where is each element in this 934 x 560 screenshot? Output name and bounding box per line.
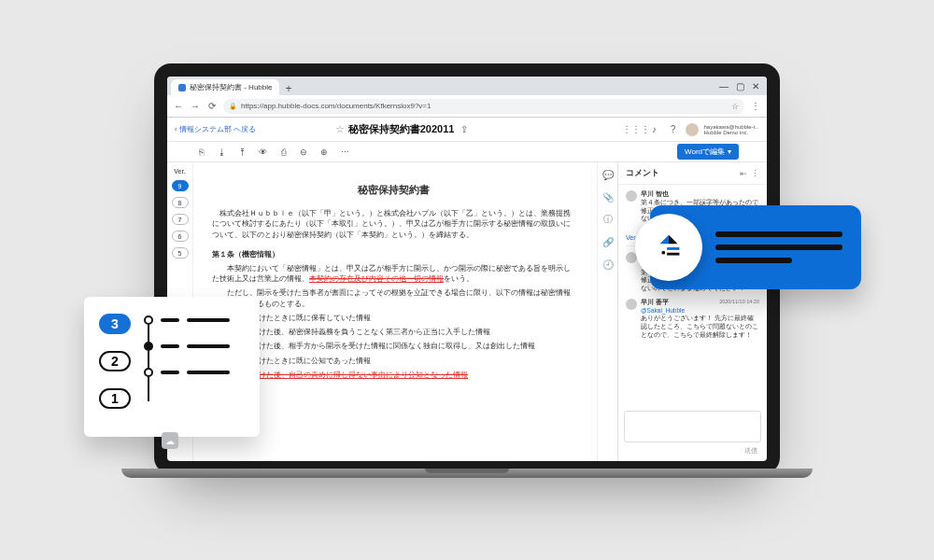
window-controls: — ▢ ✕ — [719, 81, 763, 95]
new-tab-button[interactable]: + — [285, 82, 291, 95]
doc-list-item: (2) 開示を受けた後、秘密保持義務を負うことなく第三者から正当に入手した情報 — [212, 327, 574, 337]
version-pill-8[interactable]: 8 — [172, 197, 189, 208]
print-icon[interactable]: ⎙ — [277, 147, 289, 158]
breadcrumb-back[interactable]: ‹ 情報システム部 へ戻る — [175, 124, 256, 134]
comment-input[interactable] — [624, 411, 761, 442]
version-label: Ver. — [174, 168, 185, 175]
tree-node-icon — [144, 315, 153, 325]
comment-author: 早川 香平 — [641, 299, 669, 305]
comment-send-button[interactable]: 送信 — [618, 446, 767, 461]
comment-date: 2020/11/10 14:20 — [719, 299, 759, 305]
tab-title: 秘密保持契約書 - Hubble — [190, 82, 272, 92]
compare-icon — [635, 214, 702, 281]
placeholder-line — [187, 318, 230, 322]
version-tree-callout: 3 2 1 — [84, 297, 260, 437]
tree-node-icon — [144, 342, 153, 351]
bookmark-star-icon[interactable]: ☆ — [731, 102, 739, 111]
favorite-star-icon[interactable]: ☆ — [335, 123, 345, 135]
comment-body: ありがとうございます！ 先方に最終確認したところ、こちらで問題ないとのことなので… — [641, 315, 758, 338]
grid-icon[interactable]: ⋮⋮⋮ — [630, 123, 643, 136]
page-title: 秘密保持契約書202011 — [348, 122, 455, 136]
maximize-icon[interactable]: ▢ — [736, 81, 744, 91]
version-badge-3: 3 — [99, 314, 131, 334]
svg-rect-2 — [667, 253, 679, 256]
doc-list-item: (5) 開示を受けた後、自己の責めに帰し得ない事由により公知となった情報 — [212, 370, 574, 380]
placeholder-line — [161, 318, 179, 322]
comment-title: コメント — [626, 167, 659, 179]
version-badge-1: 1 — [99, 388, 131, 409]
doc-list-item: (3) 開示を受けた後、相手方から開示を受けた情報に関係なく独自に取得し、又は創… — [212, 341, 574, 351]
cloud-sync-icon[interactable]: ☁ — [162, 432, 178, 449]
eye-icon[interactable]: 👁 — [257, 147, 268, 158]
edit-word-button[interactable]: Wordで編集 ▾ — [677, 144, 739, 160]
comment-bubble-icon[interactable]: 💬 — [601, 168, 615, 181]
laptop-base — [121, 469, 813, 478]
doc-title-wrap: ☆ 秘密保持契約書202011 ⇪ — [335, 122, 472, 136]
doc-list-item: (1) 開示を受けたときに既に保有していた情報 — [212, 313, 574, 323]
bell-icon[interactable]: ♪ — [648, 123, 661, 136]
doc-paragraph: 本契約において「秘密情報」とは、甲又は乙が相手方に開示し、かつ開示の際に秘密であ… — [212, 263, 574, 285]
menu-icon[interactable]: ⋮ — [750, 101, 761, 112]
placeholder-line — [161, 371, 179, 374]
zoom-out-icon[interactable]: ⊖ — [298, 147, 309, 158]
favicon — [178, 84, 186, 91]
chevron-down-icon: ▾ — [728, 147, 731, 156]
zoom-in-icon[interactable]: ⊕ — [318, 147, 330, 158]
link-icon[interactable]: 🔗 — [601, 235, 615, 248]
placeholder-line — [187, 371, 230, 374]
version-pill-6[interactable]: 6 — [172, 231, 189, 242]
share-icon[interactable]: ⇪ — [458, 123, 471, 136]
tree-node-icon — [144, 368, 153, 377]
redline-text: 本契約の存在及び内容その他一切の情報 — [309, 274, 444, 283]
svg-point-0 — [661, 251, 665, 255]
app-header: ‹ 情報システム部 へ戻る ☆ 秘密保持契約書202011 ⇪ ⋮⋮⋮ ♪ ? … — [167, 118, 767, 142]
placeholder-line — [715, 231, 842, 237]
tree-trunk — [148, 321, 149, 401]
browser-tabbar: 秘密保持契約書 - Hubble + — ▢ ✕ — [167, 77, 767, 95]
back-icon[interactable]: ← — [173, 101, 184, 112]
placeholder-line — [715, 258, 792, 263]
url-input[interactable]: 🔒 https://app.hubble-docs.com/documents/… — [223, 99, 744, 114]
comment-header: コメント ⇤ ⋮ — [618, 162, 767, 185]
panel-menu-icon[interactable]: ⋮ — [751, 169, 759, 178]
minimize-icon[interactable]: — — [719, 81, 729, 91]
attachment-icon[interactable]: 📎 — [601, 190, 615, 203]
close-icon[interactable]: ✕ — [752, 81, 759, 91]
upload-icon[interactable]: ⭱ — [236, 147, 248, 158]
clock-icon[interactable]: 🕘 — [601, 258, 615, 271]
version-pill-9[interactable]: 9 — [172, 180, 189, 191]
svg-rect-1 — [667, 247, 679, 250]
browser-addressbar: ← → ⟳ 🔒 https://app.hubble-docs.com/docu… — [167, 95, 767, 118]
doc-list-item: (4) 開示を受けたときに既に公知であった情報 — [212, 356, 574, 366]
version-pill-7[interactable]: 7 — [172, 214, 189, 225]
doc-paragraph: ただし、開示を受けた当事者が書面によってその根拠を立証できる場合に限り、以下の情… — [212, 287, 574, 309]
placeholder-line — [187, 344, 230, 348]
org-info[interactable]: hayakawa@hubble-i... Hubble Demo inc. — [704, 124, 759, 135]
avatar — [626, 299, 637, 310]
comment-callout — [650, 205, 861, 289]
doc-section-title: 第１条（機密情報） — [212, 249, 574, 259]
copy-icon[interactable]: ⎘ — [195, 147, 206, 158]
comment-item: 早川 香平 2020/11/10 14:20 @Sakai_Hubble ありが… — [626, 299, 759, 340]
avatar[interactable] — [686, 123, 699, 136]
version-badge-2: 2 — [99, 351, 131, 371]
url-text: https://app.hubble-docs.com/documents/Kf… — [241, 102, 431, 110]
avatar — [626, 190, 637, 202]
version-pill-5[interactable]: 5 — [172, 247, 189, 259]
browser-tab[interactable]: 秘密保持契約書 - Hubble — [171, 79, 279, 95]
doc-paragraph: 株式会社Ｈｕｂｂｌｅ（以下「甲」という。）と株式会社ハブル（以下「乙」という。）… — [212, 208, 574, 240]
placeholder-line — [161, 344, 179, 348]
collapse-icon[interactable]: ⇤ — [740, 169, 747, 178]
comment-author: 早川 智也 — [641, 190, 669, 197]
mention[interactable]: @Sakai_Hubble — [641, 307, 685, 314]
download-icon[interactable]: ⭳ — [216, 147, 227, 158]
placeholder-line — [715, 245, 842, 250]
right-rail: 💬 📎 ⓘ 🔗 🕘 — [597, 162, 617, 461]
info-icon[interactable]: ⓘ — [601, 213, 615, 226]
forward-icon[interactable]: → — [190, 101, 201, 112]
reload-icon[interactable]: ⟳ — [206, 101, 218, 112]
help-icon[interactable]: ? — [667, 123, 680, 136]
doc-heading: 秘密保持契約書 — [212, 183, 574, 197]
lock-icon: 🔒 — [229, 103, 237, 110]
more-icon[interactable]: ⋯ — [339, 147, 350, 158]
